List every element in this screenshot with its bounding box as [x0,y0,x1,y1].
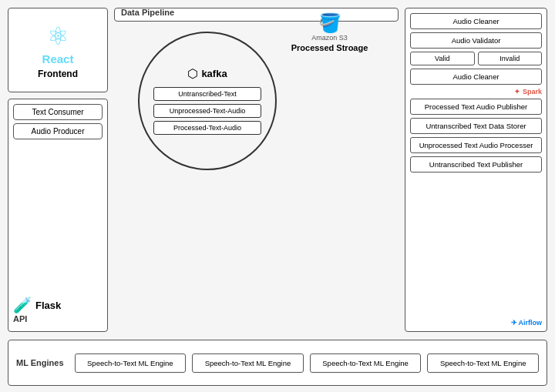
valid-box: Valid [410,52,475,65]
flask-text: Flask [35,300,61,311]
api-label: API [13,314,103,323]
api-box: Text Consumer Audio Producer 🧪 Flask API [8,99,108,332]
untranscribed-text-data-storer: Untranscribed Text Data Storer [410,118,542,134]
flask-icon: 🧪 [13,296,32,314]
kafka-header: ⬡ kafka [187,66,227,81]
data-pipeline-panel: 🪣 Amazon S3 Processed Stroage ⬡ kafka Un… [114,8,399,22]
audio-cleaner-bottom: Audio Cleaner [410,69,542,85]
kafka-icon: ⬡ [187,66,198,81]
processed-storage-area: 🪣 Amazon S3 Processed Stroage [269,12,390,52]
airflow-label: ✈ Airflow [511,319,543,327]
bottom-panel: ML Engines Speech-to-Text ML Engine Spee… [8,340,547,386]
ml-engine-1: Speech-to-Text ML Engine [192,353,304,373]
invalid-box: Invalid [478,52,543,65]
kafka-topic-0: Untranscribed-Text [153,87,261,101]
right-panel: Audio Cleaner Audio Validator Valid Inva… [405,8,547,332]
spark-icon: ✦ [514,88,520,95]
audio-producer-box: Audio Producer [13,123,103,139]
frontend-box: ⚛ React Frontend [8,8,108,92]
left-panel: ⚛ React Frontend Text Consumer Audio Pro… [8,8,108,332]
ml-engine-2: Speech-to-Text ML Engine [310,353,422,373]
kafka-circle: ⬡ kafka Untranscribed-Text Unprocessed-T… [138,32,277,170]
middle-wrapper: 🪣 Amazon S3 Processed Stroage ⬡ kafka Un… [114,8,399,332]
unprocessed-text-audio-processer: Unprocessed Text Audio Processer [410,137,542,153]
react-icon: ⚛ [47,22,69,51]
kafka-label: kafka [201,68,227,79]
processed-s3-icon: 🪣 Amazon S3 [311,12,348,42]
audio-validator: Audio Validator [410,32,542,49]
untranscribed-text-publisher: Untranscribed Text Publisher [410,156,542,173]
text-consumer-box: Text Consumer [13,104,103,120]
spark-label: ✦ Spark [410,88,542,95]
processed-storage-label: Processed Stroage [291,43,368,52]
ml-engine-0: Speech-to-Text ML Engine [75,353,187,373]
validator-row: Valid Invalid [410,52,542,65]
kafka-topic-1: Unprocessed-Text-Audio [153,104,261,118]
airflow-icon: ✈ [511,319,517,327]
audio-cleaner-top: Audio Cleaner [410,13,542,29]
ml-engine-3: Speech-to-Text ML Engine [427,353,539,373]
kafka-topic-2: Processed-Text-Audio [153,121,261,135]
frontend-label: Frontend [38,69,78,79]
ml-engines-label: ML Engines [16,358,64,367]
data-pipeline-label: Data Pipeline [121,8,174,17]
flask-area: 🧪 Flask [13,296,103,314]
processed-text-audio-publisher: Processed Text Audio Publisher [410,99,542,115]
react-label: React [42,52,74,65]
